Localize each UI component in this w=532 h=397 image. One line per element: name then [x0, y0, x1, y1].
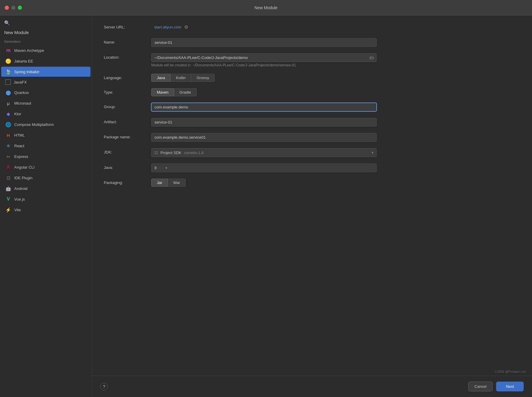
- vuejs-icon: V: [5, 196, 11, 202]
- angular-cli-icon: A: [5, 164, 11, 170]
- next-button[interactable]: Next: [496, 382, 524, 391]
- bottom-right-buttons: Cancel Next: [468, 382, 524, 391]
- jakarta-ee-icon: 🟡: [5, 58, 11, 64]
- jdk-dropdown[interactable]: ⊡ Project SDK corretto-1.8 ▾: [151, 148, 377, 157]
- group-row: Group:: [104, 103, 520, 111]
- server-url-label: Server URL:: [104, 25, 151, 29]
- language-java-button[interactable]: Java: [151, 74, 171, 82]
- language-toggle-group: Java Kotlin Groovy: [151, 74, 377, 82]
- folder-browse-button[interactable]: 🗁: [369, 55, 374, 60]
- sidebar-item-vite[interactable]: ⚡ Vite: [1, 205, 90, 215]
- sidebar-item-express[interactable]: ex Express: [1, 151, 90, 161]
- packaging-toggle-group: Jar War: [151, 179, 377, 187]
- sidebar-item-label: Angular CLI: [14, 165, 35, 169]
- type-row: Type: Maven Gradle: [104, 88, 520, 96]
- jdk-sdk-version: corretto-1.8: [184, 151, 203, 155]
- sidebar-item-label: Ktor: [14, 112, 21, 116]
- sidebar-item-vuejs[interactable]: V Vue.js: [1, 194, 90, 204]
- java-chevron-icon: ▾: [165, 166, 167, 170]
- main-layout: 🔍 New Module Generators m Maven Archetyp…: [0, 15, 532, 397]
- help-button[interactable]: ?: [100, 383, 108, 390]
- jdk-selector-wrapper: ⊡ Project SDK corretto-1.8 ▾: [151, 148, 377, 157]
- html-icon: H: [5, 132, 11, 138]
- type-maven-button[interactable]: Maven: [151, 88, 174, 96]
- location-row: Location: 🗁 Module will be created in: ~…: [104, 53, 520, 67]
- jdk-chevron-icon: ▾: [372, 151, 373, 155]
- compose-multiplatform-icon: 🌐: [5, 121, 11, 127]
- package-name-row: Package name:: [104, 133, 520, 142]
- sidebar-item-html[interactable]: H HTML: [1, 130, 90, 140]
- sidebar-item-label: React: [14, 144, 24, 148]
- package-name-input[interactable]: [151, 133, 377, 142]
- artifact-input[interactable]: [151, 118, 377, 127]
- jdk-sdk-icon: ⊡: [154, 150, 158, 155]
- location-label: Location:: [104, 53, 151, 60]
- language-kotlin-button[interactable]: Kotlin: [171, 74, 191, 82]
- jdk-sdk-name: Project SDK: [160, 151, 181, 155]
- sidebar-item-android[interactable]: 🤖 Android: [1, 183, 90, 193]
- sidebar-item-javafx[interactable]: JavaFX: [1, 77, 90, 87]
- sidebar-item-spring-initializr[interactable]: 🍃 Spring Initializr: [1, 67, 90, 77]
- dialog-title: New Module: [254, 5, 278, 10]
- sidebar: 🔍 New Module Generators m Maven Archetyp…: [0, 15, 92, 397]
- sidebar-title: New Module: [0, 29, 92, 39]
- java-label: Java:: [104, 164, 151, 170]
- sidebar-item-angular-cli[interactable]: A Angular CLI: [1, 162, 90, 172]
- language-groovy-button[interactable]: Groovy: [191, 74, 215, 82]
- sidebar-item-jakarta-ee[interactable]: 🟡 Jakarta EE: [1, 56, 90, 66]
- micronaut-icon: μ: [5, 100, 11, 106]
- sidebar-item-label: Compose Multiplatform: [14, 122, 54, 127]
- sidebar-item-maven-archetype[interactable]: m Maven Archetype: [1, 45, 90, 55]
- quarkus-icon: ⬤: [5, 89, 11, 95]
- sidebar-item-react[interactable]: ⚛ React: [1, 141, 90, 151]
- sidebar-item-label: Vue.js: [14, 197, 25, 201]
- language-buttons: Java Kotlin Groovy: [151, 74, 377, 82]
- settings-icon[interactable]: ⚙: [184, 24, 188, 30]
- name-field-wrapper: [151, 38, 377, 47]
- packaging-war-button[interactable]: War: [168, 179, 186, 187]
- artifact-label: Artifact:: [104, 118, 151, 124]
- sidebar-section-label: Generators: [0, 39, 92, 45]
- bottom-bar: ? Cancel Next: [92, 376, 532, 397]
- group-input[interactable]: [151, 103, 377, 111]
- sidebar-item-compose-multiplatform[interactable]: 🌐 Compose Multiplatform: [1, 119, 90, 129]
- packaging-label: Packaging:: [104, 179, 151, 185]
- sidebar-item-ide-plugin[interactable]: ⊡ IDE Plugin: [1, 173, 90, 183]
- sidebar-item-quarkus[interactable]: ⬤ Quarkus: [1, 87, 90, 97]
- name-label: Name:: [104, 38, 151, 44]
- packaging-jar-button[interactable]: Jar: [151, 179, 168, 187]
- maximize-button[interactable]: [18, 6, 22, 10]
- close-button[interactable]: [5, 6, 9, 10]
- type-gradle-button[interactable]: Gradle: [174, 88, 197, 96]
- sidebar-item-label: JavaFX: [14, 80, 27, 84]
- sidebar-bottom-space: [0, 215, 92, 394]
- name-row: Name:: [104, 38, 520, 47]
- jdk-label: JDK:: [104, 148, 151, 154]
- sidebar-item-label: IDE Plugin: [14, 176, 32, 180]
- type-toggle-group: Maven Gradle: [151, 88, 377, 96]
- location-field-wrapper: 🗁 Module will be created in: ~/Documents…: [151, 53, 377, 67]
- vite-icon: ⚡: [5, 207, 11, 213]
- search-icon[interactable]: 🔍: [4, 20, 10, 25]
- ktor-icon: ◆: [5, 111, 11, 117]
- sidebar-item-label: Maven Archetype: [14, 48, 44, 53]
- server-url-link[interactable]: start.aliyun.com: [154, 25, 181, 29]
- sidebar-item-ktor[interactable]: ◆ Ktor: [1, 109, 90, 119]
- cancel-button[interactable]: Cancel: [468, 382, 493, 391]
- language-row: Language: Java Kotlin Groovy: [104, 74, 520, 82]
- sidebar-item-label: Android: [14, 186, 28, 191]
- react-icon: ⚛: [5, 143, 11, 149]
- content-area: Server URL: start.aliyun.com ⚙ Name: Loc…: [92, 15, 532, 397]
- group-field-wrapper: [151, 103, 377, 111]
- sidebar-item-label: HTML: [14, 133, 25, 137]
- packaging-row: Packaging: Jar War: [104, 179, 520, 187]
- sidebar-search-area: 🔍: [0, 18, 92, 29]
- name-input[interactable]: [151, 38, 377, 47]
- javafx-icon: [5, 79, 11, 85]
- sidebar-item-micronaut[interactable]: μ Micronaut: [1, 98, 90, 108]
- minimize-button[interactable]: [11, 6, 15, 10]
- location-input-wrapper: 🗁: [151, 53, 377, 62]
- java-version-dropdown[interactable]: 8 ▾: [151, 164, 377, 172]
- location-input[interactable]: [151, 53, 377, 62]
- type-buttons: Maven Gradle: [151, 88, 377, 96]
